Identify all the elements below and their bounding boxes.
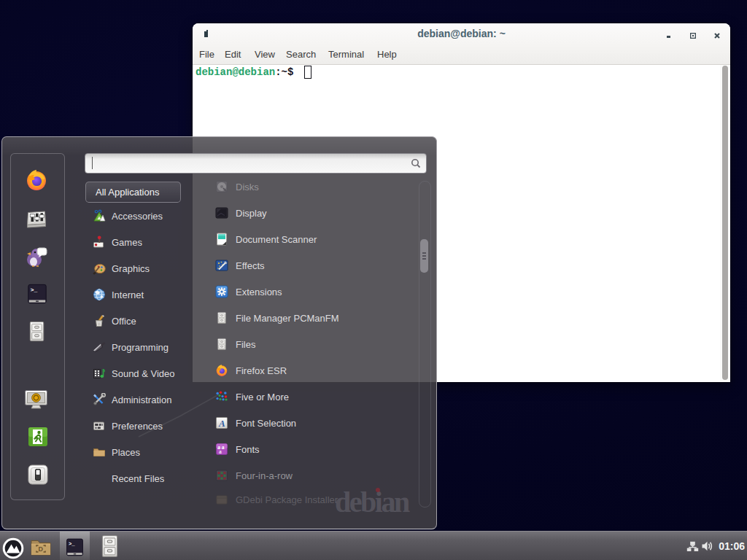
svg-text:D: D (39, 545, 44, 553)
svg-text:a: a (219, 448, 222, 455)
svg-text:A: A (218, 418, 225, 429)
